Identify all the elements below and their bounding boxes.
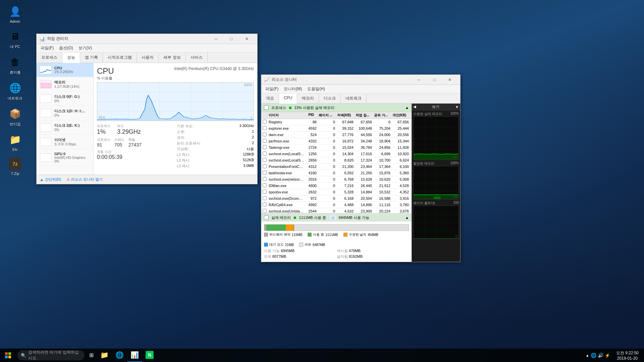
sidebar-disk0[interactable]: 디스크 0(F: G:) 0% bbox=[37, 92, 93, 106]
tab-apphistory[interactable]: 앱 기록 bbox=[80, 53, 103, 63]
view-dropdown-icon[interactable]: ▼ bbox=[455, 105, 459, 109]
process-row[interactable]: Taskmgr.exe 2724 0 15,024 36,784 24,856 … bbox=[261, 144, 412, 151]
row-check[interactable] bbox=[263, 209, 269, 213]
row-check[interactable] bbox=[263, 196, 269, 201]
resmon-tab-memory[interactable]: 메모리 bbox=[297, 94, 319, 103]
tray-expand[interactable]: ▲ bbox=[586, 353, 589, 357]
taskbar-explorer[interactable]: 📁 bbox=[97, 349, 112, 362]
process-row[interactable]: dwm.exe 524 0 27,776 44,556 24,000 20,55… bbox=[261, 132, 412, 138]
resmon-tab-disk[interactable]: 디스크 bbox=[319, 94, 341, 103]
process-row[interactable]: svchost.exe(LocalServiceNoN... 2656 0 8,… bbox=[261, 157, 412, 164]
search-icon: 🔍 bbox=[21, 353, 26, 358]
taskbar-task-view[interactable]: ⊞ bbox=[86, 349, 97, 362]
col-pid[interactable]: PID bbox=[301, 113, 314, 118]
process-row[interactable]: RAVCpl64.exe 4992 0 4,488 14,896 11,116 … bbox=[261, 202, 412, 208]
sidebar-disk2[interactable]: 디스크 2(E: K:) 0% bbox=[37, 120, 93, 135]
tab-services[interactable]: 서비스 bbox=[186, 53, 208, 63]
row-check[interactable] bbox=[263, 139, 269, 143]
col-private[interactable]: 개인(KB) bbox=[388, 113, 406, 118]
taskbar-search[interactable]: 🔍 검색하려면 여기에 입력하십시오. bbox=[17, 350, 85, 360]
process-row[interactable]: Registry 88 0 67,848 67,656 0 67,656 bbox=[261, 119, 412, 125]
tab-details[interactable]: 세부 정보 bbox=[159, 53, 185, 63]
start-button[interactable] bbox=[0, 349, 16, 362]
resmon-tab-cpu[interactable]: CPU bbox=[279, 94, 297, 104]
row-check[interactable] bbox=[263, 202, 269, 207]
process-select-all[interactable] bbox=[264, 105, 269, 110]
col-pages[interactable]: 페이지 ... bbox=[314, 113, 332, 118]
row-check[interactable] bbox=[263, 171, 269, 175]
col-image[interactable]: 이미지 bbox=[269, 113, 301, 118]
row-check[interactable] bbox=[263, 158, 269, 163]
row-check[interactable] bbox=[263, 152, 269, 156]
sidebar-cpu[interactable]: CPU 1% 3.29GHz bbox=[37, 63, 93, 77]
sidebar-ethernet[interactable]: 이더넷 S: 0 R: 0 Kbps bbox=[37, 135, 93, 149]
sidebar-disk1[interactable]: 디스크 1(D: H: I:... 0% bbox=[37, 106, 93, 120]
row-check[interactable] bbox=[263, 164, 269, 169]
row-check[interactable] bbox=[263, 190, 269, 194]
memory-section-header[interactable]: 실제 메모리 ■ 1111MB 사용 중 □ 6945MB 사용 가능 ▲ bbox=[261, 214, 412, 222]
memory-expand-icon[interactable]: ▲ bbox=[405, 216, 409, 220]
menu-file[interactable]: 파일(F) bbox=[38, 45, 56, 52]
sidebar-ethernet-val: S: 0 R: 0 Kbps bbox=[54, 142, 90, 146]
process-row[interactable]: svchost.exe(LocalServiceNetw... 1256 0 1… bbox=[261, 151, 412, 157]
resmon-menu-file[interactable]: 파일(F) bbox=[263, 85, 281, 93]
desktop-icon-7zip[interactable]: 7z 7-Zip bbox=[3, 156, 27, 177]
tab-users[interactable]: 사용자 bbox=[137, 53, 159, 63]
sidebar-memory[interactable]: 메모리 1.1/7.9GB (14%) bbox=[37, 77, 93, 92]
desktop-icon-admin[interactable]: 👤 Admin bbox=[3, 3, 27, 25]
desktop-icon-etc[interactable]: 📁 Etc bbox=[3, 131, 27, 153]
resmon-tab-overview[interactable]: 개요 bbox=[261, 94, 279, 103]
menu-view[interactable]: 보기(V) bbox=[76, 45, 95, 52]
desktop-icon-bandzip[interactable]: 📦 반디집 bbox=[3, 106, 27, 128]
taskbar-naver[interactable]: N bbox=[142, 349, 157, 362]
desktop-icon-network[interactable]: 🌐 네트워크 bbox=[3, 80, 27, 102]
process-row[interactable]: spoolsv.exe 2632 0 5,328 14,884 10,532 4… bbox=[261, 189, 412, 195]
taskbar-taskmgr[interactable]: 📊 bbox=[127, 349, 142, 362]
process-row[interactable]: svchost.exe(netsvcs -p) 2016 0 6,768 15,… bbox=[261, 176, 412, 183]
resmon-close[interactable]: ✕ bbox=[442, 75, 458, 85]
desktop-icon-mypc[interactable]: 🖥 내 PC bbox=[3, 28, 27, 51]
tray-volume-icon[interactable]: 🔊 bbox=[598, 353, 603, 358]
resmon-maximize[interactable]: □ bbox=[427, 75, 442, 85]
taskbar-chrome[interactable]: 🌐 bbox=[112, 349, 127, 362]
taskmgr-maximize[interactable]: □ bbox=[224, 34, 239, 44]
col-cpu-kb[interactable]: 커넥(KB) bbox=[332, 113, 351, 118]
simplify-link[interactable]: ▲ 간단히(D) bbox=[40, 177, 61, 182]
memory-checkbox[interactable] bbox=[264, 215, 269, 220]
resmon-title: 리소스 모니터 bbox=[272, 77, 411, 82]
cpu-model: Intel(R) Pentium(R) CPU G3440 @ 3.30GHz bbox=[174, 66, 254, 71]
desktop-icon-recycle[interactable]: 🗑 휴지통 bbox=[3, 54, 27, 76]
process-row[interactable]: svchost.exe(DcomLaunch -p) 972 0 6,168 2… bbox=[261, 195, 412, 202]
col-shared[interactable]: 공유 가... bbox=[369, 113, 388, 118]
taskmgr-close[interactable]: ✕ bbox=[239, 34, 255, 44]
row-check[interactable] bbox=[263, 132, 269, 137]
process-row[interactable]: svchost.exe(UnistackSvcGroup) 2544 0 4,5… bbox=[261, 208, 412, 213]
resmon-tab-network[interactable]: 네트워크 bbox=[341, 94, 367, 103]
sidebar-gpu[interactable]: GPU 0 Intel(R) HD Graphics 0% bbox=[37, 149, 93, 166]
tab-process[interactable]: 프로세스 bbox=[37, 53, 62, 63]
resmon-menu-monitor[interactable]: 모니터(M) bbox=[281, 85, 305, 93]
row-check[interactable] bbox=[263, 126, 269, 131]
row-check[interactable] bbox=[263, 177, 269, 182]
col-work[interactable]: 작업 집... bbox=[351, 113, 369, 118]
taskbar-clock[interactable]: 오전 9:22:50 2019-01-20 bbox=[613, 349, 642, 362]
menu-options[interactable]: 옵션(O) bbox=[56, 45, 75, 52]
row-private: 11,928 bbox=[392, 145, 410, 149]
process-row[interactable]: PresentationFontCache.exe 4312 0 21,200 … bbox=[261, 164, 412, 170]
nav-prev-icon[interactable]: ◀ bbox=[413, 105, 416, 109]
tab-startup[interactable]: 시작프로그램 bbox=[103, 53, 137, 63]
row-check[interactable] bbox=[263, 120, 269, 124]
tab-performance[interactable]: 성능 bbox=[62, 53, 80, 63]
row-check[interactable] bbox=[263, 145, 269, 150]
resmon-link[interactable]: ⚠ 리소스 모니터 열기 bbox=[66, 177, 103, 182]
process-row[interactable]: IDMan.exe 4600 0 7,216 26,440 21,912 4,5… bbox=[261, 183, 412, 189]
process-row[interactable]: explorer.exe 4592 0 39,152 100,648 75,20… bbox=[261, 125, 412, 132]
expand-icon[interactable]: ▲ bbox=[405, 106, 409, 110]
taskmgr-minimize[interactable]: ─ bbox=[208, 34, 224, 44]
resmon-minimize[interactable]: ─ bbox=[411, 75, 427, 85]
process-row[interactable]: taskhostw.exe 4160 0 6,592 21,256 15,876… bbox=[261, 170, 412, 176]
resmon-menu-help[interactable]: 도움말(H) bbox=[305, 85, 328, 93]
process-row[interactable]: perfmon.exe 4332 0 16,872 34,248 18,904 … bbox=[261, 138, 412, 144]
show-desktop-button[interactable] bbox=[642, 349, 644, 362]
row-check[interactable] bbox=[263, 183, 269, 188]
